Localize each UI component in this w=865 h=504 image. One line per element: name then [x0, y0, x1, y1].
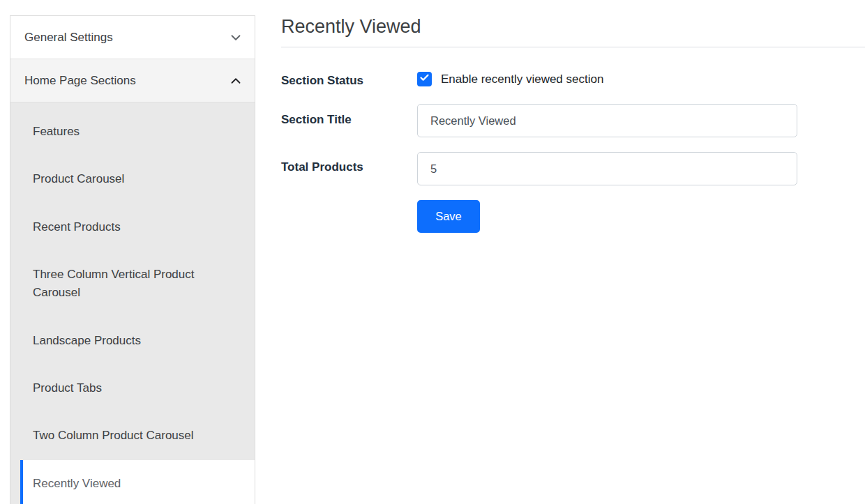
sidebar-item-recently-viewed[interactable]: Recently Viewed	[20, 460, 255, 504]
sidebar-item-recent-products[interactable]: Recent Products	[10, 204, 255, 251]
title-divider	[281, 47, 865, 47]
checkmark-icon	[419, 72, 430, 86]
sidebar-item-product-tabs[interactable]: Product Tabs	[10, 365, 255, 412]
settings-sidebar: General Settings Home Page Sections Feat…	[10, 15, 255, 504]
sidebar-item-three-column-vertical-product-carousel[interactable]: Three Column Vertical Product Carousel	[10, 251, 255, 317]
accordion-general-settings-label: General Settings	[24, 31, 113, 45]
accordion-home-page-sections[interactable]: Home Page Sections	[10, 59, 255, 102]
sidebar-item-product-carousel[interactable]: Product Carousel	[10, 155, 255, 203]
section-status-label: Section Status	[281, 74, 363, 88]
recently-viewed-settings-panel: Recently Viewed Section Status Enable re…	[281, 0, 865, 504]
chevron-down-icon	[228, 30, 243, 45]
total-products-label: Total Products	[281, 160, 363, 174]
section-title-label: Section Title	[281, 113, 352, 127]
section-status-checkbox[interactable]	[417, 72, 432, 86]
section-status-checkbox-label: Enable recently viewed section	[441, 72, 603, 86]
accordion-general-settings[interactable]: General Settings	[10, 16, 255, 59]
section-status-checkbox-wrap[interactable]: Enable recently viewed section	[417, 72, 603, 86]
accordion-home-page-sections-label: Home Page Sections	[24, 74, 136, 88]
save-button[interactable]: Save	[417, 200, 480, 233]
sidebar-item-features[interactable]: Features	[10, 108, 255, 155]
section-title-input[interactable]	[417, 104, 797, 137]
page-title: Recently Viewed	[281, 16, 421, 38]
sidebar-item-landscape-products[interactable]: Landscape Products	[10, 317, 255, 365]
total-products-input[interactable]	[417, 152, 797, 185]
home-page-sections-list: Features Product Carousel Recent Product…	[10, 102, 255, 504]
sidebar-item-two-column-product-carousel[interactable]: Two Column Product Carousel	[10, 412, 255, 459]
chevron-up-icon	[228, 73, 243, 89]
